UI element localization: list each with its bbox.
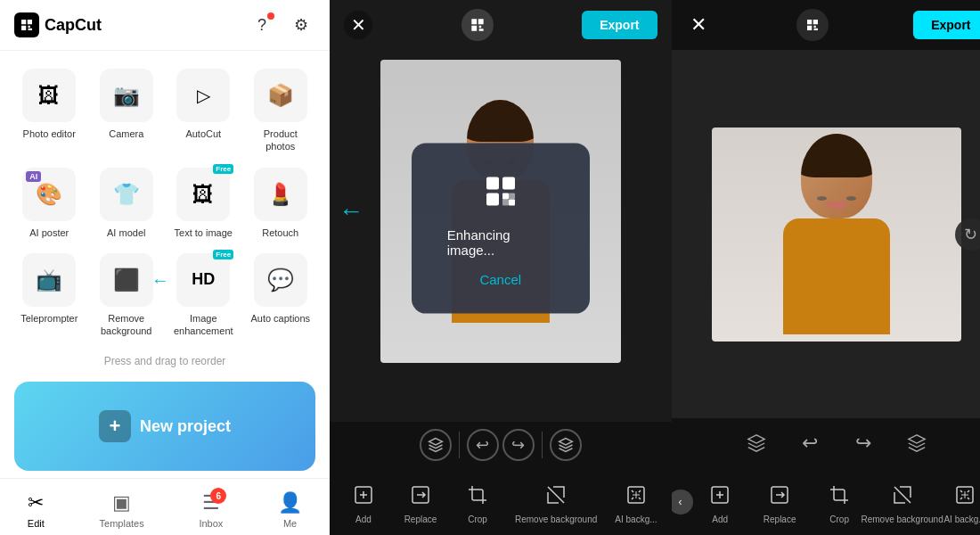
- help-icon: ?: [257, 16, 266, 35]
- center-tool-add[interactable]: Add: [337, 475, 390, 528]
- text-to-image-icon-box: Free 🖼: [176, 168, 230, 221]
- right-editor-panel: ✕ Export ↻: [672, 0, 980, 535]
- right-tool-ai-bg[interactable]: AI backg...: [936, 475, 980, 528]
- right-canvas-image: [712, 128, 961, 342]
- ai-model-label: AI model: [107, 226, 145, 239]
- right-layers-button-2[interactable]: [899, 425, 935, 461]
- tool-text-to-image[interactable]: Free 🖼 Text to image: [168, 164, 239, 243]
- right-tool-crop[interactable]: Crop: [811, 475, 869, 528]
- tool-retouch[interactable]: 💄 Retouch: [246, 164, 316, 243]
- image-enhancement-icon-box: Free HD: [176, 253, 230, 307]
- center-toolbar-row: ↩ ↪: [330, 422, 672, 468]
- center-export-button[interactable]: Export: [582, 11, 657, 39]
- product-photos-label: Product photos: [249, 128, 313, 153]
- logo-icon: [14, 12, 39, 37]
- tool-autocut[interactable]: ▷ AutoCut: [168, 65, 239, 157]
- remove-background-label: Remove background: [95, 312, 159, 338]
- right-hair: [801, 134, 872, 177]
- right-add-icon: [704, 479, 736, 511]
- right-tool-replace-label: Replace: [764, 514, 796, 524]
- center-logo-button[interactable]: [461, 9, 494, 41]
- nav-me[interactable]: 👤 Me: [267, 488, 313, 532]
- tool-auto-captions-2[interactable]: 💬 Auto captions: [246, 250, 316, 342]
- right-redo-button[interactable]: ↪: [845, 425, 881, 461]
- right-logo-button[interactable]: [796, 9, 829, 41]
- right-undo-button[interactable]: ↩: [792, 425, 828, 461]
- retouch-icon-box: 💄: [254, 168, 307, 221]
- retouch-label: Retouch: [262, 226, 298, 239]
- tool-image-enhancement[interactable]: Free HD Image enhancement: [168, 250, 239, 342]
- right-close-button[interactable]: ✕: [684, 11, 713, 39]
- center-tool-ai-bg[interactable]: AI backg...: [608, 475, 664, 528]
- cancel-button[interactable]: Cancel: [479, 271, 521, 286]
- right-tool-replace[interactable]: Replace: [751, 475, 809, 528]
- center-tool-ai-bg-label: AI backg...: [615, 514, 657, 524]
- logo-text: CapCut: [45, 16, 102, 35]
- right-photo-bg: [712, 128, 961, 342]
- enhancing-logo: [479, 169, 522, 212]
- right-tool-add[interactable]: Add: [691, 475, 749, 528]
- right-tool-add-label: Add: [712, 514, 728, 524]
- camera-icon: 📷: [113, 83, 140, 108]
- autocut-icon-box: ▷: [176, 69, 230, 122]
- right-tool-crop-label: Crop: [829, 514, 849, 524]
- center-tool-replace[interactable]: Replace: [394, 475, 447, 528]
- center-close-button[interactable]: ✕: [344, 11, 372, 39]
- nav-templates[interactable]: ▣ Templates: [89, 488, 155, 532]
- tool-ai-model[interactable]: 👕 AI model: [92, 164, 162, 243]
- add-icon: [347, 479, 380, 511]
- center-tool-remove-bg[interactable]: Remove background: [508, 475, 604, 528]
- nav-inbox[interactable]: ☰ 6 Inbox: [188, 488, 233, 532]
- center-tool-crop-label: Crop: [468, 514, 487, 524]
- text-to-image-label: Text to image: [175, 226, 233, 239]
- svg-rect-0: [486, 177, 499, 189]
- tool-ai-poster[interactable]: AI 🎨 AI poster: [14, 164, 85, 243]
- settings-button[interactable]: ⚙: [287, 11, 315, 39]
- tool-remove-background[interactable]: ⬛ ← Remove background: [92, 250, 162, 342]
- tool-camera[interactable]: 📷 Camera: [92, 65, 162, 157]
- nav-edit[interactable]: ✂ Edit: [17, 488, 55, 532]
- free-badge-2: Free: [213, 250, 233, 259]
- layers-button[interactable]: [420, 429, 452, 461]
- svg-rect-6: [509, 199, 515, 205]
- new-project-button[interactable]: + New project: [14, 382, 315, 471]
- arrow-indicator: ←: [151, 269, 169, 290]
- crop-icon: [461, 479, 494, 511]
- ai-model-icon: 👕: [113, 182, 140, 207]
- right-replace-icon: [764, 479, 796, 511]
- right-tool-remove-bg[interactable]: Remove background: [870, 475, 935, 528]
- center-editor-panel: ✕ Export: [330, 0, 672, 535]
- right-tool-ai-bg-label: AI backg...: [943, 514, 980, 524]
- camera-icon-box: 📷: [100, 69, 153, 122]
- help-button[interactable]: ?: [248, 11, 276, 39]
- right-export-button[interactable]: Export: [913, 11, 980, 39]
- tool-product-photos[interactable]: 📦 Product photos: [246, 65, 316, 157]
- inbox-badge: 6: [210, 488, 226, 504]
- replace-icon: [404, 479, 437, 511]
- edit-icon: ✂: [28, 491, 44, 514]
- right-nav-left-button[interactable]: ‹: [672, 490, 693, 514]
- center-tool-crop[interactable]: Crop: [451, 475, 504, 528]
- overflow-button[interactable]: [550, 429, 582, 461]
- redo-button[interactable]: ↪: [502, 429, 535, 461]
- teleprompter-label: Teleprompter: [20, 312, 78, 325]
- text-to-image-icon: 🖼: [192, 182, 214, 207]
- center-tool-replace-label: Replace: [404, 514, 437, 524]
- image-enhancement-icon: HD: [192, 270, 215, 289]
- tool-teleprompter[interactable]: 📺 Teleprompter: [14, 250, 85, 342]
- svg-rect-4: [509, 193, 515, 199]
- free-badge: Free: [213, 164, 233, 174]
- right-mouth: [826, 202, 847, 210]
- right-body: [783, 218, 890, 334]
- tool-photo-editor[interactable]: 🖼 Photo editor: [14, 65, 85, 157]
- image-enhancement-label: Image enhancement: [172, 312, 235, 338]
- ai-poster-label: AI poster: [29, 226, 69, 239]
- right-icon-row: ↩ ↪: [672, 418, 980, 468]
- svg-rect-5: [502, 199, 509, 205]
- product-photos-icon: 📦: [267, 83, 294, 108]
- bottom-nav: ✂ Edit ▣ Templates ☰ 6 Inbox 👤 Me: [0, 478, 330, 535]
- nav-me-label: Me: [283, 518, 297, 529]
- right-layers-button[interactable]: [739, 425, 774, 461]
- refresh-button[interactable]: ↻: [955, 218, 980, 251]
- undo-button[interactable]: ↩: [467, 429, 499, 461]
